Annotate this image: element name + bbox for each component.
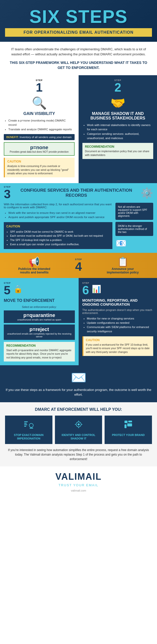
dmarc-card-title-1: IDENTIFY AND CONTROL SHADOW IT [57, 433, 100, 440]
step5-header: STEP 5 🔒 [4, 282, 75, 296]
step5-quarantine-box: p=quarantine unauthorized emails are mar… [4, 310, 75, 323]
svg-rect-0 [24, 421, 28, 422]
steps-1-2-row: STEP 1 🔍 GAIN VISIBILITY Create a p=none… [0, 75, 157, 183]
benefit-text: Inventory of all senders using your doma… [20, 136, 72, 139]
dmarc-bottom-text: If you're interested in seeing how autom… [5, 448, 152, 461]
header-section: SIX STEPS FOR OPERATIONALIZING EMAIL AUT… [0, 0, 157, 42]
dmarc-card-2: PROTECT YOUR BRAND [105, 416, 152, 444]
step4-left-text: Publicize the intended results and benef… [17, 267, 52, 274]
announce-icon: 📢 [28, 257, 40, 267]
step1-bullets: Create a p=none (monitoring mode) DMARC … [4, 118, 75, 132]
list-item: Each service must be authenticated via S… [10, 234, 110, 238]
step4-content: 📢 Publicize the intended results and ben… [5, 257, 152, 274]
step6-card: STEP 6 📊 MONITORING, REPORTING, AND ONGO… [79, 278, 157, 365]
step4-number: 4 [75, 261, 82, 273]
caution-text: Analysis is time-consuming If you overlo… [7, 164, 72, 175]
step3-left: With the information collected from step… [4, 203, 112, 249]
step4-right-text: Announce your implementation policy [105, 267, 140, 274]
step1-icon-area: 🔍 [4, 96, 75, 110]
list-item: Categorize sending services: authorized,… [87, 132, 153, 141]
step3-bullets: Work with the service to ensure they can… [4, 211, 112, 220]
list-item: Work with the service to ensure they can… [8, 211, 112, 215]
list-item: Create a p=none (monitoring mode) DMARC … [8, 118, 75, 127]
step3-badge: STEP 3 [4, 186, 11, 200]
stakeholder-icon: 🤝 [110, 96, 125, 110]
caution-title: CAUTION [7, 160, 72, 163]
pnone-box: p=none Provides great data but does NOT … [4, 142, 75, 156]
outcome-text: If you use these steps as a framework fo… [5, 387, 152, 397]
domain-icon [8, 419, 50, 431]
intro-body: IT teams often underestimate the challen… [8, 47, 149, 57]
outcome-section: ✉️ If you use these steps as a framework… [0, 365, 157, 402]
list-item: Acquire and publish appropriate SPF and/… [8, 215, 112, 219]
enforcement-icon: 🔒 [13, 285, 23, 293]
page-title: SIX STEPS [5, 8, 152, 26]
step3-section: STEP 3 CONFIGURE SERVICES AND THEIR AUTH… [0, 183, 157, 253]
step5-title: MOVE TO ENFORCEMENT [4, 298, 75, 303]
dmarc-card-title-0: STOP EXACT-DOMAIN IMPERSONATION [8, 433, 50, 440]
brand-icon [107, 419, 149, 431]
step2-badge: STEP 2 [82, 79, 153, 94]
step2-number: 2 [114, 82, 121, 94]
step2-icon-area: 🤝 [82, 96, 153, 110]
step3-body: With the information collected from step… [4, 203, 153, 249]
dmarc-card-title-2: PROTECT YOUR BRAND [107, 433, 149, 437]
list-item: The SPF 10-lookup limit might be a probl… [10, 238, 110, 242]
step3-right: Not all vendors are equipped to support … [115, 203, 153, 249]
pnone-desc: Provides great data but does NOT provide… [6, 150, 72, 153]
reject-label: p=reject [6, 327, 73, 332]
list-item: SPF and/or DKIM must be correct for DMAR… [10, 230, 110, 234]
step1-caution: CAUTION Analysis is time-consuming If yo… [4, 158, 75, 177]
step2-card: STEP 2 🤝 MANAGE SHADOW IT AND BUSINESS S… [79, 75, 157, 183]
step3-info2: DKIM is the stronger authentication meth… [115, 222, 153, 236]
list-item: Translate and analyze DMARC aggregate re… [8, 127, 75, 132]
step4-left-item: 📢 Publicize the intended results and ben… [17, 257, 52, 274]
list-item: Communicate with SIEM platforms for enha… [87, 325, 153, 334]
step2-recommendation: RECOMMENDATION Document an implementatio… [82, 143, 153, 159]
step6-caution: CAUTION If you used a workaround for the… [82, 336, 153, 356]
step3-info1: Not all vendors are equipped to support … [115, 203, 153, 220]
step6-title: MONITORING, REPORTING, AND ONGOING CONFI… [82, 298, 153, 306]
step1-benefit: BENEFIT: Inventory of all senders using … [4, 134, 75, 140]
caution-title: CAUTION [86, 338, 151, 342]
dmarc-title: DMARC AT ENFORCEMENT WILL HELP YOU: [5, 407, 152, 412]
intro-section: IT teams often underestimate the challen… [0, 42, 157, 75]
caution-title: CAUTION [6, 225, 110, 228]
steps-5-6-row: STEP 5 🔒 MOVE TO ENFORCEMENT Select an e… [0, 278, 157, 365]
step1-badge: STEP 1 [4, 79, 75, 94]
list-item: Monitor for new or changing services [87, 316, 153, 321]
reject-desc: unauthorized emails are completely rejec… [6, 332, 73, 338]
step5-badge: STEP 5 [4, 282, 11, 296]
dmarc-enforcement-section: DMARC AT ENFORCEMENT WILL HELP YOU: STOP… [0, 402, 157, 467]
step3-header: STEP 3 CONFIGURE SERVICES AND THEIR AUTH… [4, 186, 153, 200]
step6-number: 6 [82, 284, 89, 296]
pnone-label: p=none [6, 145, 72, 150]
footer-section: VALIMAIL TRUST YOUR EMAIL valimail.com [0, 466, 157, 497]
svg-rect-1 [24, 423, 27, 424]
step1-number: 1 [36, 82, 43, 94]
list-item: Update configurations as needed [87, 321, 153, 325]
step5-card: STEP 5 🔒 MOVE TO ENFORCEMENT Select an e… [0, 278, 79, 365]
svg-rect-13 [128, 421, 132, 422]
step6-header: STEP 6 📊 [82, 282, 153, 296]
quarantine-desc: unauthorized emails are marked as spam [6, 318, 73, 321]
intro-framework: THIS SIX-STEP FRAMEWORK WILL HELP YOU UN… [8, 60, 149, 70]
config-icon: ⚙️ [141, 187, 153, 199]
svg-point-4 [29, 423, 33, 427]
step4-section: 📢 Publicize the intended results and ben… [0, 253, 157, 278]
magnify-icon: 🔍 [32, 96, 47, 110]
caution-bullets: SPF and/or DKIM must be correct for DMAR… [6, 230, 110, 247]
step5-number: 5 [4, 284, 11, 296]
step5-select-label: Select an enforcement policy: [4, 305, 75, 308]
svg-rect-12 [124, 421, 128, 423]
step3-intro: With the information collected from step… [4, 203, 112, 209]
quarantine-label: p=quarantine [6, 312, 73, 318]
step4-badge: STEP 4 [75, 258, 82, 273]
benefit-label: BENEFIT: [6, 136, 19, 139]
step1-card: STEP 1 🔍 GAIN VISIBILITY Create a p=none… [0, 75, 79, 183]
caution-text: If you used a workaround for the SPF 10-… [86, 343, 151, 354]
recommendation-text: Start with p=quarantine and monitor DMAR… [6, 348, 72, 359]
step1-title: GAIN VISIBILITY [4, 111, 75, 116]
svg-rect-14 [124, 424, 127, 428]
header-subtitle: FOR OPERATIONALIZING EMAIL AUTHENTICATIO… [5, 28, 152, 37]
